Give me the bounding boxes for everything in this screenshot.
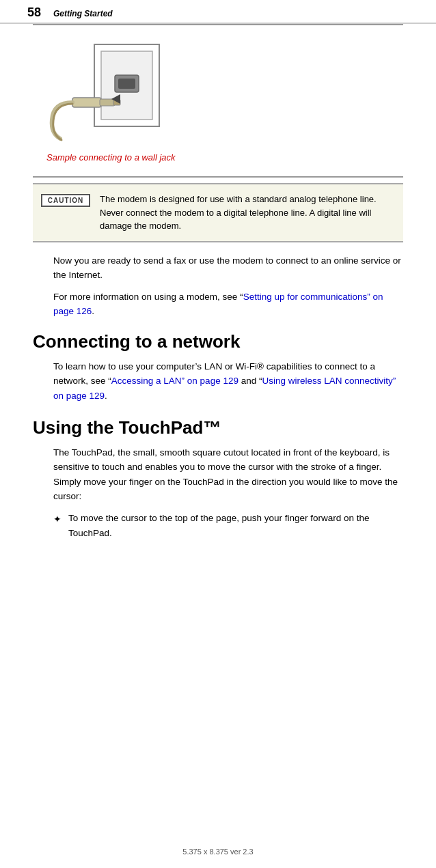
svg-rect-3 bbox=[118, 79, 135, 89]
paragraph-1: Now you are ready to send a fax or use t… bbox=[53, 253, 403, 283]
content-area: Sample connecting to a wall jack CAUTION… bbox=[0, 38, 436, 568]
wall-jack-image bbox=[46, 38, 169, 147]
section2-paragraph: The TouchPad, the small, smooth square c… bbox=[53, 445, 403, 504]
footer-text: 5.375 x 8.375 ver 2.3 bbox=[182, 848, 253, 856]
section1-after: . bbox=[105, 391, 107, 401]
caution-text: The modem is designed for use with a sta… bbox=[100, 193, 395, 233]
bullet-list: ✦ To move the cursor to the top of the p… bbox=[53, 511, 403, 540]
svg-rect-5 bbox=[100, 99, 115, 106]
page-header: 58 Getting Started bbox=[0, 0, 436, 24]
section-rule-1 bbox=[33, 176, 403, 178]
bullet-item-1: ✦ To move the cursor to the top of the p… bbox=[53, 511, 403, 540]
section1-paragraph: To learn how to use your computer’s LAN … bbox=[53, 359, 403, 404]
caution-badge: CAUTION bbox=[41, 194, 90, 207]
paragraph-2: For more information on using a modem, s… bbox=[53, 290, 403, 319]
svg-rect-4 bbox=[72, 98, 101, 107]
page-number: 58 bbox=[27, 5, 41, 20]
bullet-text-1: To move the cursor to the top of the pag… bbox=[68, 511, 403, 540]
link-accessing-lan[interactable]: Accessing a LAN” on page 129 bbox=[111, 376, 239, 386]
image-caption: Sample connecting to a wall jack bbox=[46, 152, 176, 163]
image-section: Sample connecting to a wall jack bbox=[33, 38, 403, 169]
section-heading-network: Connecting to a network bbox=[33, 331, 403, 352]
top-rule bbox=[33, 24, 403, 25]
header-divider bbox=[117, 9, 119, 18]
para2-before: For more information on using a modem, s… bbox=[53, 292, 243, 302]
header-section: Getting Started bbox=[53, 9, 113, 18]
bullet-diamond-icon: ✦ bbox=[53, 512, 62, 527]
page-footer: 5.375 x 8.375 ver 2.3 bbox=[0, 848, 436, 856]
caution-box: CAUTION The modem is designed for use wi… bbox=[33, 183, 403, 242]
section-heading-touchpad: Using the TouchPad™ bbox=[33, 417, 403, 438]
para2-after: . bbox=[92, 306, 94, 316]
section1-mid: and “ bbox=[239, 376, 262, 386]
